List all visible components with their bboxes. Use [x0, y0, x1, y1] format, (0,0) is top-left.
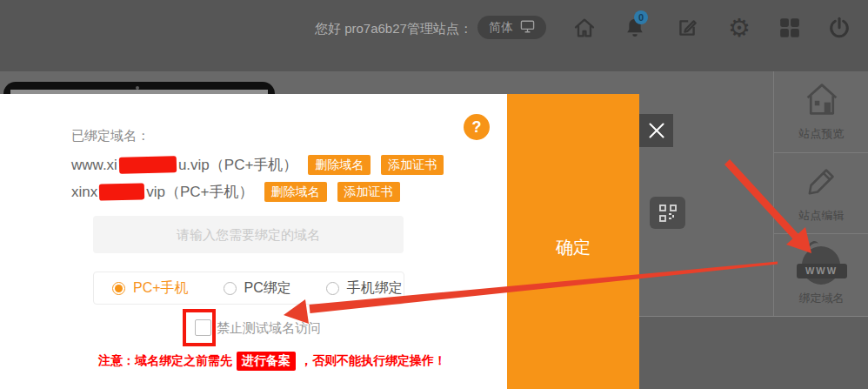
settings-gear-icon[interactable]: ⚙ [726, 15, 752, 41]
page-footer-band [639, 316, 868, 389]
edit-icon[interactable] [674, 15, 700, 41]
domain-text-prefix: xinx [71, 184, 97, 201]
binding-note: 注意：域名绑定之前需先 进行备案 ，否则不能执行绑定操作！ [98, 352, 446, 371]
right-sidebar: 站点预览 站点编辑 WWW 绑定域名 [773, 71, 868, 316]
sidebar-item-site-edit[interactable]: 站点编辑 [774, 153, 868, 234]
domain-input[interactable] [93, 216, 404, 253]
power-icon[interactable] [826, 15, 852, 41]
bind-mode-group: PC+手机 PC绑定 手机绑定 [93, 272, 404, 305]
filing-link[interactable]: 进行备案 [237, 352, 296, 371]
add-certificate-button[interactable]: 添加证书 [337, 182, 400, 202]
notification-badge: 0 [634, 10, 648, 24]
language-label: 简体 [489, 20, 513, 36]
domain-text-prefix: www.xi [71, 157, 117, 174]
apps-grid-icon[interactable] [777, 15, 803, 41]
radio-circle-icon [112, 282, 125, 295]
radio-mobile-bind[interactable]: 手机绑定 [326, 279, 403, 298]
radio-pc-bind[interactable]: PC绑定 [224, 279, 291, 298]
bound-domains-label: 已绑定域名： [71, 128, 150, 144]
qr-code-button[interactable] [650, 197, 685, 229]
delete-domain-button[interactable]: 删除域名 [264, 182, 327, 202]
sidebar-item-label: 站点编辑 [799, 208, 845, 224]
redaction-scribble [119, 156, 177, 174]
sidebar-item-label: 绑定域名 [799, 291, 845, 306]
home-icon[interactable] [571, 15, 598, 41]
site-preview-home-icon [803, 82, 841, 120]
note-suffix: ，否则不能执行绑定操作！ [300, 353, 446, 369]
sidebar-item-bind-domain[interactable]: WWW 绑定域名 [774, 234, 868, 316]
close-icon[interactable] [639, 114, 673, 147]
forbid-test-domain-checkbox[interactable] [195, 319, 211, 336]
user-greeting: 您好 pro7a6b27 [315, 21, 407, 37]
delete-domain-button[interactable]: 删除域名 [308, 155, 371, 175]
bound-domain-row: www.xi u.vip（PC+手机） 删除域名 添加证书 [71, 155, 444, 175]
bound-domain-row: xinx vip（PC+手机） 删除域名 添加证书 [71, 182, 400, 202]
radio-circle-icon [224, 282, 237, 295]
forbid-test-domain-label: 禁止测试域名访问 [217, 320, 321, 337]
note-prefix: 注意：域名绑定之前需先 [98, 353, 232, 369]
top-bar: 您好 pro7a6b27 管理站点： 简体 [0, 0, 868, 71]
domain-text-suffix: u.vip（PC+手机） [178, 155, 297, 175]
monitor-icon [520, 20, 535, 36]
www-globe-icon: WWW [802, 245, 842, 285]
tablet-camera-dot [136, 86, 139, 90]
domain-text-suffix: vip（PC+手机） [146, 182, 253, 202]
add-certificate-button[interactable]: 添加证书 [381, 155, 444, 175]
confirm-button-label[interactable]: 确定 [507, 236, 639, 259]
site-edit-pencil-icon [805, 164, 839, 202]
redaction-scribble [99, 183, 144, 200]
sidebar-item-label: 站点预览 [799, 126, 845, 142]
language-switch-button[interactable]: 简体 [477, 16, 546, 39]
radio-circle-icon [326, 282, 339, 295]
help-icon[interactable]: ? [464, 114, 490, 140]
sidebar-item-site-preview[interactable]: 站点预览 [774, 71, 868, 153]
radio-pc-and-mobile[interactable]: PC+手机 [112, 279, 189, 298]
manage-site-label: 管理站点： [407, 21, 472, 37]
app-root: 您好 pro7a6b27 管理站点： 简体 [0, 0, 868, 389]
